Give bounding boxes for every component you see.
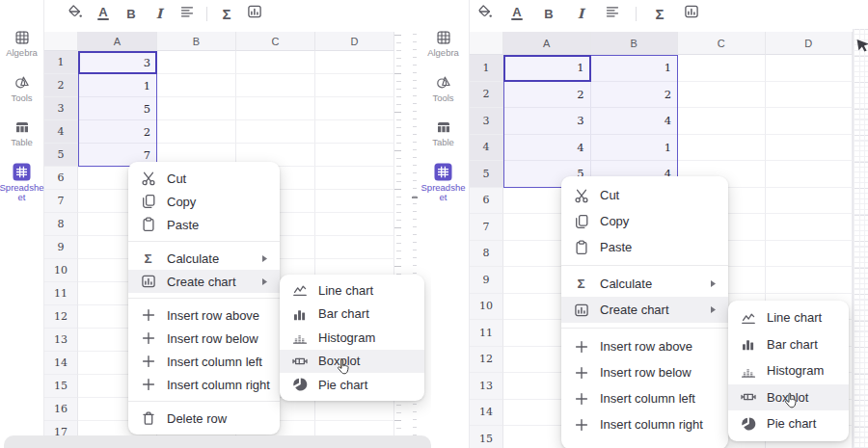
cell-C2[interactable] bbox=[236, 74, 315, 97]
cell-D5[interactable] bbox=[766, 161, 854, 188]
menu-item-copy[interactable]: Copy bbox=[561, 208, 728, 234]
cell-C4[interactable] bbox=[678, 135, 766, 162]
row-header-15[interactable]: 15 bbox=[470, 426, 503, 448]
menu-item-histogram[interactable]: Histogram bbox=[728, 357, 849, 384]
menu-item-pie-chart[interactable]: Pie chart bbox=[280, 373, 424, 397]
cell-D9[interactable] bbox=[315, 236, 394, 259]
menu-item-insert-column-left[interactable]: Insert column left bbox=[561, 385, 728, 411]
menu-item-insert-column-right[interactable]: Insert column right bbox=[561, 411, 728, 437]
row-header-15[interactable]: 15 bbox=[44, 375, 78, 398]
create-chart-button[interactable] bbox=[246, 5, 263, 22]
cell-C3[interactable] bbox=[236, 97, 315, 120]
sidebar-item-table[interactable]: Table bbox=[0, 118, 47, 148]
cell-D3[interactable] bbox=[315, 97, 394, 120]
cell-D1[interactable] bbox=[315, 51, 394, 74]
cell-B4[interactable] bbox=[157, 120, 236, 144]
cell-D6[interactable] bbox=[766, 188, 854, 215]
text-color-button[interactable]: A bbox=[508, 5, 526, 22]
cell-B3[interactable]: 4 bbox=[591, 108, 679, 135]
menu-item-insert-row-below[interactable]: Insert row below bbox=[128, 327, 280, 350]
column-header-D[interactable]: D bbox=[766, 32, 854, 55]
cell-D3[interactable] bbox=[766, 108, 854, 135]
menu-item-pie-chart[interactable]: Pie chart bbox=[728, 410, 849, 437]
row-header-8[interactable]: 8 bbox=[44, 213, 78, 236]
row-header-13[interactable]: 13 bbox=[470, 373, 503, 400]
sidebar-item-tools[interactable]: Tools bbox=[419, 73, 469, 104]
cell-D5[interactable] bbox=[315, 144, 394, 167]
column-header-D[interactable]: D bbox=[315, 32, 394, 51]
cell-A4[interactable]: 4 bbox=[503, 135, 591, 162]
row-header-2[interactable]: 2 bbox=[44, 74, 78, 97]
menu-item-paste[interactable]: Paste bbox=[561, 234, 728, 260]
cell-B4[interactable]: 1 bbox=[591, 135, 679, 162]
calculate-button[interactable]: Σ bbox=[651, 5, 668, 22]
cell-A2[interactable]: 1 bbox=[78, 74, 157, 97]
menu-item-delete-row[interactable]: Delete row bbox=[128, 407, 280, 430]
row-header-13[interactable]: 13 bbox=[44, 329, 78, 352]
cell-C1[interactable] bbox=[236, 51, 315, 74]
row-header-9[interactable]: 9 bbox=[470, 267, 503, 294]
row-header-3[interactable]: 3 bbox=[470, 108, 503, 135]
cell-D2[interactable] bbox=[315, 74, 394, 97]
cell-C2[interactable] bbox=[678, 82, 766, 109]
menu-item-insert-row-below[interactable]: Insert row below bbox=[561, 359, 728, 385]
cell-B1[interactable]: 1 bbox=[591, 55, 679, 82]
row-header-10[interactable]: 10 bbox=[44, 259, 78, 282]
cell-A4[interactable]: 2 bbox=[78, 120, 157, 144]
cell-B2[interactable]: 2 bbox=[591, 82, 679, 109]
menu-item-calculate[interactable]: ΣCalculate bbox=[128, 247, 280, 270]
cell-A2[interactable]: 2 bbox=[503, 82, 591, 109]
sidebar-item-tools[interactable]: Tools bbox=[0, 73, 47, 104]
cell-D9[interactable] bbox=[766, 267, 854, 294]
cell-B1[interactable] bbox=[157, 51, 236, 74]
menu-item-boxplot[interactable]: Boxplot bbox=[728, 384, 849, 411]
cell-D1[interactable] bbox=[766, 55, 854, 82]
cell-D8[interactable] bbox=[766, 241, 854, 268]
menu-item-insert-column-left[interactable]: Insert column left bbox=[128, 350, 280, 373]
column-header-A[interactable]: A bbox=[503, 32, 591, 55]
cell-D7[interactable] bbox=[315, 190, 394, 213]
row-header-11[interactable]: 11 bbox=[470, 320, 503, 347]
cell-A1[interactable]: 1 bbox=[503, 55, 591, 82]
row-header-16[interactable]: 16 bbox=[44, 398, 78, 421]
cell-C3[interactable] bbox=[678, 108, 766, 135]
bold-button[interactable]: B bbox=[122, 5, 140, 22]
cell-B3[interactable] bbox=[157, 97, 236, 120]
calculate-button[interactable]: Σ bbox=[218, 5, 235, 22]
text-color-button[interactable]: A bbox=[95, 5, 112, 22]
cell-A1[interactable]: 3 bbox=[78, 51, 157, 74]
sidebar-item-algebra[interactable]: Algebra bbox=[0, 28, 47, 59]
cell-C4[interactable] bbox=[236, 120, 315, 144]
row-header-11[interactable]: 11 bbox=[44, 282, 78, 305]
menu-item-insert-row-above[interactable]: Insert row above bbox=[561, 333, 728, 359]
menu-item-cut[interactable]: Cut bbox=[128, 167, 280, 190]
cell-D8[interactable] bbox=[315, 213, 394, 236]
menu-item-line-chart[interactable]: Line chart bbox=[728, 304, 849, 331]
row-header-4[interactable]: 4 bbox=[470, 135, 503, 162]
menu-item-paste[interactable]: Paste bbox=[128, 213, 280, 236]
cell-D4[interactable] bbox=[315, 120, 394, 144]
sidebar-item-table[interactable]: Table bbox=[419, 118, 469, 148]
menu-item-histogram[interactable]: Histogram bbox=[280, 326, 424, 350]
row-header-1[interactable]: 1 bbox=[44, 51, 78, 74]
italic-button[interactable]: I bbox=[150, 5, 168, 22]
cell-A3[interactable]: 3 bbox=[503, 108, 591, 135]
menu-item-copy[interactable]: Copy bbox=[128, 190, 280, 213]
menu-item-calculate[interactable]: ΣCalculate bbox=[561, 271, 728, 297]
cell-B2[interactable] bbox=[157, 74, 236, 97]
sidebar-item-spreadsheet[interactable]: Spreadsheet bbox=[0, 163, 47, 203]
row-header-10[interactable]: 10 bbox=[470, 294, 503, 321]
cell-D2[interactable] bbox=[766, 82, 854, 109]
column-header-A[interactable]: A bbox=[78, 32, 157, 51]
menu-item-boxplot[interactable]: Boxplot bbox=[280, 350, 424, 374]
column-header-B[interactable]: B bbox=[591, 32, 679, 55]
menu-item-bar-chart[interactable]: Bar chart bbox=[280, 303, 424, 327]
row-header-6[interactable]: 6 bbox=[44, 167, 78, 190]
cell-A3[interactable]: 5 bbox=[78, 97, 157, 120]
align-button[interactable] bbox=[178, 5, 196, 22]
row-header-12[interactable]: 12 bbox=[44, 305, 78, 329]
menu-item-line-chart[interactable]: Line chart bbox=[280, 278, 424, 303]
row-header-9[interactable]: 9 bbox=[44, 236, 78, 259]
fill-color-button[interactable] bbox=[67, 5, 84, 22]
sidebar-item-spreadsheet[interactable]: Spreadsheet bbox=[419, 163, 469, 203]
